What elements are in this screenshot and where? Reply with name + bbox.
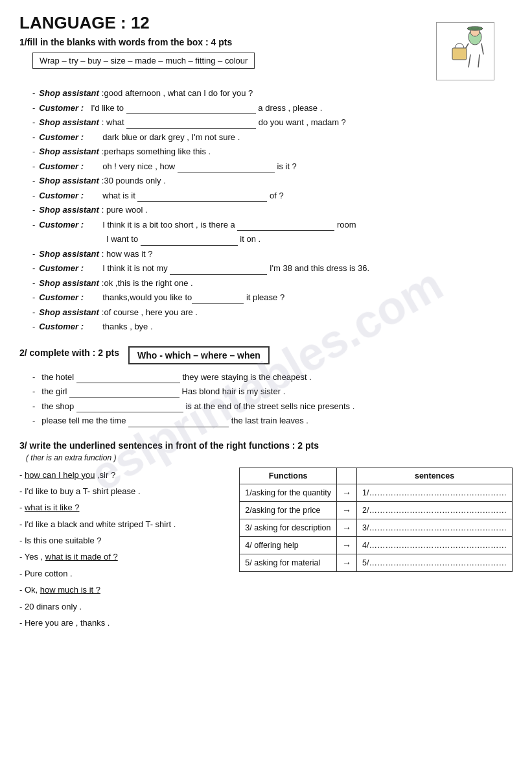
dialogue-line: - Shop assistant :good afternoon , what … bbox=[32, 87, 513, 100]
functions-table-wrapper: Functions sentences 1/asking for the qua… bbox=[239, 468, 513, 572]
svg-line-4 bbox=[468, 54, 470, 67]
col-sentences: sentences bbox=[357, 468, 513, 484]
func-label: 5/ asking for material bbox=[240, 554, 337, 571]
section2-lines: - the hotel they were staying is the che… bbox=[19, 371, 513, 427]
section2-line: - the girl Has blond hair is my sister . bbox=[32, 385, 513, 398]
dialogue-line: I want to it on . bbox=[32, 233, 513, 246]
func-label: 2/asking for the price bbox=[240, 501, 337, 519]
arrow-cell: → bbox=[337, 554, 357, 571]
svg-line-5 bbox=[478, 54, 480, 67]
dialogue-line: - Shop assistant :30 pounds only . bbox=[32, 174, 513, 187]
sentence-line: - what is it like ? bbox=[19, 500, 226, 515]
sentence-line: - Is this one suitable ? bbox=[19, 533, 226, 548]
dialogue-line: - Customer : oh ! very nice , how is it … bbox=[32, 160, 513, 173]
func-label: 1/asking for the quantity bbox=[240, 484, 337, 501]
section2-header-row: 2/ complete with : 2 pts Who - which – w… bbox=[19, 346, 513, 364]
dialogue-line: - Shop assistant :ok ,this is the right … bbox=[32, 277, 513, 290]
svg-rect-8 bbox=[472, 27, 478, 29]
sentence-fill: 4/…………………………………………… bbox=[357, 536, 513, 554]
table-row: 4/ offering help → 4/…………………………………………… bbox=[240, 536, 513, 554]
section3-body: - how can I help you ,sir ? - I'd like t… bbox=[19, 468, 513, 632]
dialogue-area: - Shop assistant :good afternoon , what … bbox=[19, 87, 513, 333]
section3-header: 3/ write the underlined sentences in fro… bbox=[19, 440, 513, 451]
dialogue-line: - Customer : what is it of ? bbox=[32, 189, 513, 202]
who-box: Who - which – where – when bbox=[128, 346, 270, 364]
dialogue-line: - Shop assistant : what do you want , ma… bbox=[32, 116, 513, 129]
table-row: 5/ asking for material → 5/…………………………………… bbox=[240, 554, 513, 571]
section1: 1/fill in the blanks with words from the… bbox=[19, 37, 513, 333]
col-functions: Functions bbox=[240, 468, 337, 484]
sentence-line: - I'd like to buy a T- shirt please . bbox=[19, 484, 226, 499]
svg-rect-6 bbox=[452, 48, 467, 60]
section2-line: - the hotel they were staying is the che… bbox=[32, 371, 513, 384]
sentence-line: - 20 dinars only . bbox=[19, 599, 226, 614]
word-box: Wrap – try – buy – size – made – much – … bbox=[32, 53, 255, 69]
arrow-cell: → bbox=[337, 519, 357, 536]
sentence-line: - I'd like a black and white striped T- … bbox=[19, 517, 226, 532]
sentence-fill: 3/…………………………………………… bbox=[357, 519, 513, 536]
dialogue-line: - Shop assistant : pure wool . bbox=[32, 204, 513, 217]
func-label: 4/ offering help bbox=[240, 536, 337, 554]
sentence-fill: 5/…………………………………………… bbox=[357, 554, 513, 571]
table-row: 2/asking for the price → 2/…………………………………… bbox=[240, 501, 513, 519]
sentence-line: - how can I help you ,sir ? bbox=[19, 468, 226, 482]
illustration bbox=[436, 22, 494, 80]
arrow-cell: → bbox=[337, 536, 357, 554]
left-sentences: - how can I help you ,sir ? - I'd like t… bbox=[19, 468, 226, 632]
section3: 3/ write the underlined sentences in fro… bbox=[19, 440, 513, 632]
svg-line-3 bbox=[481, 43, 483, 54]
dialogue-line: - Customer : I'd like to a dress , pleas… bbox=[32, 102, 513, 115]
sentence-fill: 1/…………………………………………… bbox=[357, 484, 513, 501]
section2-line: - please tell me the time the last train… bbox=[32, 414, 513, 427]
dialogue-line: - Shop assistant : how was it ? bbox=[32, 248, 513, 261]
dialogue-line: - Customer : I think it is a bit too sho… bbox=[32, 219, 513, 231]
func-label: 3/ asking for description bbox=[240, 519, 337, 536]
arrow-cell: → bbox=[337, 484, 357, 501]
table-row: 3/ asking for description → 3/…………………………… bbox=[240, 519, 513, 536]
sentence-line: - Yes , what is it made of ? bbox=[19, 549, 226, 564]
sentence-fill: 2/…………………………………………… bbox=[357, 501, 513, 519]
section2-line: - the shop is at the end of the street s… bbox=[32, 400, 513, 413]
dialogue-line: - Shop assistant :perhaps something like… bbox=[32, 145, 513, 158]
dialogue-line: - Customer : dark blue or dark grey , I'… bbox=[32, 131, 513, 144]
sentence-line: - Ok, how much is it ? bbox=[19, 582, 226, 597]
sentence-line: - Here you are , thanks . bbox=[19, 615, 226, 630]
arrow-cell: → bbox=[337, 501, 357, 519]
col-arrow bbox=[337, 468, 357, 484]
table-row: 1/asking for the quantity → 1/…………………………… bbox=[240, 484, 513, 501]
functions-table: Functions sentences 1/asking for the qua… bbox=[239, 468, 513, 572]
extra-note: ( ther is an extra function ) bbox=[19, 453, 513, 462]
dialogue-line: - Customer : thanks , bye . bbox=[32, 320, 513, 333]
dialogue-line: - Customer : thanks,would you like to it… bbox=[32, 291, 513, 304]
dialogue-line: - Customer : I think it is not my I'm 38… bbox=[32, 262, 513, 275]
section2: 2/ complete with : 2 pts Who - which – w… bbox=[19, 346, 513, 427]
section2-header: 2/ complete with : 2 pts bbox=[19, 348, 119, 358]
dialogue-line: - Shop assistant :of course , here you a… bbox=[32, 306, 513, 319]
sentence-line: - Pure cotton . bbox=[19, 566, 226, 581]
